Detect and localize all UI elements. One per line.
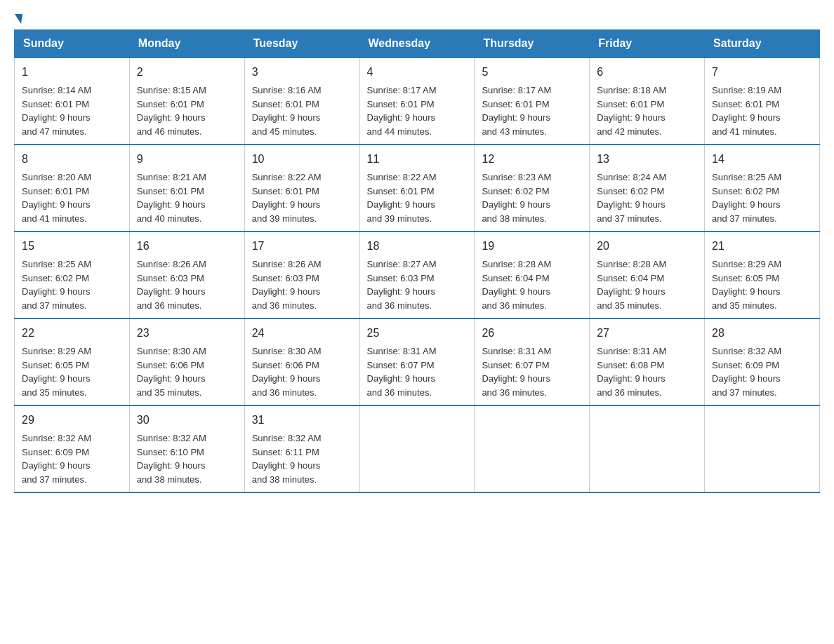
day-number: 1 (22, 64, 122, 81)
calendar-cell: 6Sunrise: 8:18 AMSunset: 6:01 PMDaylight… (590, 58, 705, 145)
calendar-week-3: 15Sunrise: 8:25 AMSunset: 6:02 PMDayligh… (15, 232, 820, 318)
daylight-label: Daylight: 9 hours (482, 286, 550, 297)
sunrise-label: Sunrise: 8:30 AM (252, 346, 322, 356)
calendar-cell: 22Sunrise: 8:29 AMSunset: 6:05 PMDayligh… (15, 318, 130, 405)
daylight-label: Daylight: 9 hours (252, 460, 321, 471)
daylight-label: Daylight: 9 hours (597, 286, 666, 297)
sunrise-label: Sunrise: 8:15 AM (137, 85, 206, 95)
daylight-minutes: and 37 minutes. (712, 213, 777, 224)
day-number: 11 (367, 151, 468, 168)
calendar-cell: 3Sunrise: 8:16 AMSunset: 6:01 PMDaylight… (244, 58, 359, 145)
sunset-label: Sunset: 6:02 PM (22, 273, 89, 283)
daylight-minutes: and 43 minutes. (482, 126, 547, 137)
sunset-label: Sunset: 6:10 PM (137, 447, 204, 457)
day-number: 5 (482, 64, 582, 81)
sunset-label: Sunset: 6:01 PM (22, 186, 89, 196)
sunset-label: Sunset: 6:09 PM (22, 447, 89, 457)
calendar-cell: 4Sunrise: 8:17 AMSunset: 6:01 PMDaylight… (359, 58, 475, 145)
day-number: 13 (597, 151, 697, 168)
daylight-minutes: and 47 minutes. (22, 126, 87, 137)
daylight-label: Daylight: 9 hours (252, 112, 321, 123)
daylight-label: Daylight: 9 hours (252, 286, 321, 297)
daylight-label: Daylight: 9 hours (22, 112, 91, 123)
sunset-label: Sunset: 6:02 PM (712, 186, 779, 196)
day-number: 3 (252, 64, 352, 81)
calendar-cell: 8Sunrise: 8:20 AMSunset: 6:01 PMDaylight… (15, 145, 130, 232)
daylight-label: Daylight: 9 hours (482, 112, 550, 123)
sunrise-label: Sunrise: 8:25 AM (22, 259, 91, 269)
calendar-cell: 9Sunrise: 8:21 AMSunset: 6:01 PMDaylight… (129, 145, 244, 232)
sunrise-label: Sunrise: 8:32 AM (252, 433, 322, 443)
daylight-minutes: and 36 minutes. (482, 300, 547, 311)
sunrise-label: Sunrise: 8:31 AM (367, 346, 437, 356)
sunrise-label: Sunrise: 8:17 AM (367, 85, 437, 95)
sunset-label: Sunset: 6:01 PM (137, 186, 204, 196)
day-number: 9 (137, 151, 237, 168)
daylight-label: Daylight: 9 hours (22, 373, 91, 384)
sunset-label: Sunset: 6:03 PM (367, 273, 435, 283)
sunset-label: Sunset: 6:01 PM (597, 99, 664, 109)
calendar-week-2: 8Sunrise: 8:20 AMSunset: 6:01 PMDaylight… (15, 145, 820, 232)
day-number: 23 (137, 325, 237, 342)
day-number: 29 (22, 412, 122, 429)
sunrise-label: Sunrise: 8:21 AM (137, 172, 206, 182)
daylight-minutes: and 36 minutes. (367, 387, 432, 398)
sunrise-label: Sunrise: 8:26 AM (252, 259, 322, 269)
calendar-cell: 21Sunrise: 8:29 AMSunset: 6:05 PMDayligh… (705, 232, 820, 318)
daylight-label: Daylight: 9 hours (137, 199, 206, 210)
calendar-cell: 12Sunrise: 8:23 AMSunset: 6:02 PMDayligh… (475, 145, 590, 232)
daylight-label: Daylight: 9 hours (712, 199, 781, 210)
day-number: 10 (252, 151, 352, 168)
sunset-label: Sunset: 6:01 PM (712, 99, 779, 109)
calendar-cell: 15Sunrise: 8:25 AMSunset: 6:02 PMDayligh… (15, 232, 130, 318)
sunrise-label: Sunrise: 8:31 AM (482, 346, 551, 356)
daylight-minutes: and 38 minutes. (137, 474, 202, 485)
calendar-week-1: 1Sunrise: 8:14 AMSunset: 6:01 PMDaylight… (15, 58, 820, 145)
calendar-cell: 16Sunrise: 8:26 AMSunset: 6:03 PMDayligh… (129, 232, 244, 318)
daylight-minutes: and 36 minutes. (367, 300, 432, 311)
calendar-cell: 2Sunrise: 8:15 AMSunset: 6:01 PMDaylight… (129, 58, 244, 145)
sunrise-label: Sunrise: 8:32 AM (22, 433, 91, 443)
daylight-minutes: and 36 minutes. (482, 387, 547, 398)
sunset-label: Sunset: 6:08 PM (597, 360, 664, 370)
calendar-cell: 30Sunrise: 8:32 AMSunset: 6:10 PMDayligh… (129, 405, 244, 492)
calendar-week-4: 22Sunrise: 8:29 AMSunset: 6:05 PMDayligh… (15, 318, 820, 405)
calendar-cell: 5Sunrise: 8:17 AMSunset: 6:01 PMDaylight… (475, 58, 590, 145)
daylight-minutes: and 39 minutes. (252, 213, 317, 224)
daylight-label: Daylight: 9 hours (597, 373, 666, 384)
daylight-label: Daylight: 9 hours (482, 373, 550, 384)
sunrise-label: Sunrise: 8:31 AM (597, 346, 666, 356)
daylight-label: Daylight: 9 hours (597, 112, 666, 123)
daylight-minutes: and 44 minutes. (367, 126, 432, 137)
daylight-minutes: and 35 minutes. (22, 387, 87, 398)
sunrise-label: Sunrise: 8:23 AM (482, 172, 551, 182)
daylight-minutes: and 46 minutes. (137, 126, 202, 137)
daylight-minutes: and 38 minutes. (482, 213, 547, 224)
sunrise-label: Sunrise: 8:32 AM (137, 433, 206, 443)
daylight-minutes: and 35 minutes. (712, 300, 777, 311)
daylight-minutes: and 36 minutes. (252, 300, 317, 311)
daylight-label: Daylight: 9 hours (137, 286, 206, 297)
header-saturday: Saturday (705, 30, 820, 58)
sunset-label: Sunset: 6:01 PM (367, 186, 435, 196)
day-number: 19 (482, 238, 582, 255)
sunrise-label: Sunrise: 8:30 AM (137, 346, 206, 356)
header-sunday: Sunday (15, 30, 130, 58)
day-number: 17 (252, 238, 352, 255)
daylight-label: Daylight: 9 hours (137, 112, 206, 123)
daylight-minutes: and 40 minutes. (137, 213, 202, 224)
day-number: 22 (22, 325, 122, 342)
calendar-cell: 27Sunrise: 8:31 AMSunset: 6:08 PMDayligh… (590, 318, 705, 405)
daylight-label: Daylight: 9 hours (137, 460, 206, 471)
header-monday: Monday (129, 30, 244, 58)
daylight-label: Daylight: 9 hours (367, 199, 436, 210)
daylight-label: Daylight: 9 hours (22, 460, 91, 471)
day-number: 27 (597, 325, 697, 342)
calendar-cell: 26Sunrise: 8:31 AMSunset: 6:07 PMDayligh… (475, 318, 590, 405)
calendar-cell (705, 405, 820, 492)
sunset-label: Sunset: 6:02 PM (597, 186, 664, 196)
calendar-cell: 11Sunrise: 8:22 AMSunset: 6:01 PMDayligh… (359, 145, 475, 232)
sunrise-label: Sunrise: 8:26 AM (137, 259, 206, 269)
sunset-label: Sunset: 6:01 PM (252, 186, 319, 196)
daylight-label: Daylight: 9 hours (252, 373, 321, 384)
